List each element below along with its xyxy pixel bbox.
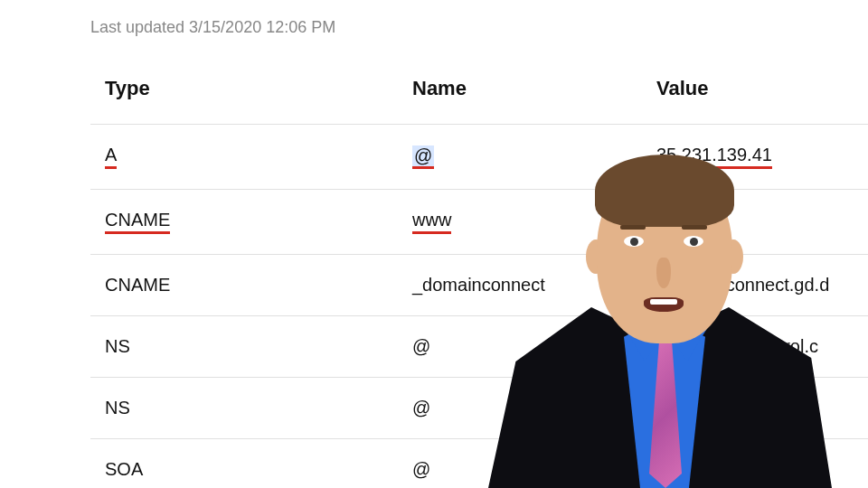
cell-name: @ (398, 316, 642, 378)
cell-name: @ (398, 439, 642, 489)
col-header-type[interactable]: Type (90, 68, 398, 125)
col-header-name[interactable]: Name (398, 68, 642, 125)
table-row[interactable]: NS@ns2.domaincontrol.c (90, 378, 868, 439)
cell-value: 35.231.139.41 (642, 125, 868, 190)
cell-value (642, 190, 868, 255)
table-row[interactable]: CNAME_domainconnect_domainconnect.gd.d (90, 255, 868, 316)
cell-name: _domainconnect (398, 255, 642, 316)
cell-type: CNAME (90, 190, 398, 255)
table-row[interactable]: SOA@Primary nameserver: (90, 439, 868, 489)
table-header-row: Type Name Value (90, 68, 868, 125)
table-row[interactable]: NS@ns1.domaincontrol.c (90, 316, 868, 378)
cell-type: NS (90, 316, 398, 378)
cell-value: _domainconnect.gd.d (642, 255, 868, 316)
cell-type: NS (90, 378, 398, 439)
cell-type: A (90, 125, 398, 190)
table-row[interactable]: CNAMEwww (90, 190, 868, 255)
table-row[interactable]: A@35.231.139.41 (90, 125, 868, 190)
cell-value: Primary nameserver: (642, 439, 868, 489)
cell-value: ns1.domaincontrol.c (642, 316, 868, 378)
col-header-value[interactable]: Value (642, 68, 868, 125)
cell-name: @ (398, 378, 642, 439)
cell-value: ns2.domaincontrol.c (642, 378, 868, 439)
last-updated-text: Last updated 3/15/2020 12:06 PM (90, 18, 868, 37)
cell-type: CNAME (90, 255, 398, 316)
cell-name: @ (398, 125, 642, 190)
cell-name: www (398, 190, 642, 255)
cell-type: SOA (90, 439, 398, 489)
dns-records-table: Type Name Value A@35.231.139.41CNAMEwwwC… (90, 68, 868, 488)
